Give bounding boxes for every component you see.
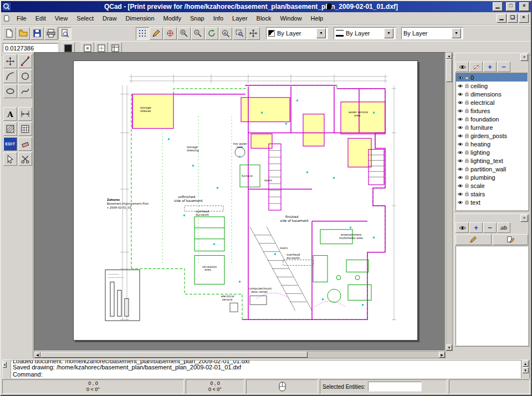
menu-item[interactable]: Edit	[31, 14, 50, 23]
add-block-button[interactable]: +	[469, 222, 483, 233]
line-type-combo[interactable]: By Layer ▼	[401, 27, 463, 39]
layer-visibility-eye-icon[interactable]	[457, 84, 463, 88]
layer-row[interactable]: 0	[456, 73, 528, 82]
remove-block-button[interactable]: −	[483, 222, 497, 233]
zoom-auto-button[interactable]: A	[219, 27, 232, 40]
command-scroll-down-button[interactable]: ▼	[523, 367, 529, 373]
vertical-scrollbar[interactable]: ▲ ▼	[446, 52, 453, 351]
move-tool-button[interactable]	[3, 54, 17, 68]
layer-lock-icon[interactable]	[465, 83, 469, 88]
layer-visibility-eye-icon[interactable]	[457, 159, 463, 163]
menu-item[interactable]: Snap	[186, 14, 209, 23]
menu-item[interactable]: Info	[209, 14, 228, 23]
layer-visibility-eye-icon[interactable]	[457, 142, 463, 146]
layer-visibility-eye-icon[interactable]	[457, 150, 463, 155]
hide-all-layers-button[interactable]	[469, 62, 483, 72]
layer-lock-icon[interactable]	[465, 92, 469, 97]
table-tool-button[interactable]	[18, 122, 32, 136]
layer-visibility-eye-icon[interactable]	[457, 117, 463, 121]
rename-block-button[interactable]: alb	[497, 222, 510, 233]
layer-row[interactable]: dimensions	[456, 90, 528, 98]
print-button[interactable]	[44, 27, 58, 40]
layer-row[interactable]: fixtures	[456, 106, 528, 115]
layer-lock-icon[interactable]	[465, 191, 469, 196]
edit-tool-button[interactable]: EDIT	[3, 137, 17, 151]
save-button[interactable]	[30, 27, 44, 40]
mdi-close-button[interactable]: ×	[519, 14, 529, 23]
dimension-tool-button[interactable]	[18, 107, 32, 121]
layer-row[interactable]: stairs	[456, 190, 528, 198]
pen-color-combo[interactable]: By Layer ▼	[266, 27, 328, 39]
zoom-pan-button[interactable]	[247, 27, 260, 40]
create-block-from-selection-button[interactable]	[493, 234, 529, 245]
layer-visibility-eye-icon[interactable]	[457, 192, 463, 196]
layer-row[interactable]: text	[456, 198, 528, 206]
layer-visibility-eye-icon[interactable]	[457, 109, 463, 113]
layer-lock-icon[interactable]	[465, 125, 469, 130]
layer-lock-icon[interactable]	[465, 158, 469, 163]
command-history[interactable]: Loaded document: /home/kzahorec/basement…	[11, 360, 521, 371]
menu-item[interactable]: Window	[275, 14, 306, 23]
layer-lock-icon[interactable]	[465, 100, 469, 105]
layer-visibility-eye-icon[interactable]	[457, 100, 463, 105]
layer-visibility-eye-icon[interactable]	[457, 167, 463, 171]
menu-item[interactable]: Dimension	[121, 14, 159, 23]
block-list[interactable]	[456, 246, 528, 346]
menu-item[interactable]: Help	[306, 14, 328, 23]
layer-row[interactable]: plumbing	[456, 173, 528, 181]
vertical-scroll-thumb[interactable]	[446, 59, 452, 82]
scroll-down-button[interactable]: ▼	[446, 344, 452, 351]
zoom-out-button[interactable]	[191, 27, 204, 40]
layer-visibility-eye-icon[interactable]	[457, 134, 463, 138]
layer-row[interactable]: foundation	[456, 115, 528, 123]
draw-pen-button[interactable]	[150, 27, 163, 40]
ellipse-tool-button[interactable]	[3, 84, 17, 98]
dropdown-arrow-icon[interactable]: ▼	[384, 28, 393, 38]
command-input[interactable]	[45, 371, 519, 378]
layer-visibility-eye-icon[interactable]	[457, 200, 463, 205]
remove-layer-button[interactable]: −	[497, 62, 510, 72]
pen-width-combo[interactable]: By Layer ▼	[334, 27, 396, 39]
spline-tool-button[interactable]	[18, 84, 32, 98]
layer-row[interactable]: lighting_text	[456, 156, 528, 165]
layer-lock-icon[interactable]	[465, 133, 469, 138]
menu-item[interactable]: View	[50, 14, 73, 23]
select-tool-button[interactable]	[3, 152, 17, 166]
layer-row[interactable]: lighting	[456, 148, 528, 156]
layer-lock-icon[interactable]	[465, 116, 469, 121]
scroll-up-button[interactable]: ▲	[446, 53, 452, 59]
modify-tool-button[interactable]	[18, 152, 32, 166]
open-file-button[interactable]	[17, 27, 30, 40]
horizontal-scrollbar[interactable]: ◀ ▶	[34, 351, 446, 358]
maximize-button[interactable]: □	[506, 2, 516, 11]
layer-row[interactable]: ceiling	[456, 82, 528, 90]
line-tool-button[interactable]	[18, 54, 32, 68]
layer-row[interactable]: scale	[456, 181, 528, 190]
command-dock-close-icon[interactable]: ×	[3, 362, 7, 368]
layer-lock-icon[interactable]	[465, 166, 469, 171]
zoom-redraw-button[interactable]	[205, 27, 218, 40]
scroll-left-button[interactable]: ◀	[34, 352, 40, 358]
layer-lock-icon[interactable]	[465, 141, 469, 146]
layer-visibility-eye-icon[interactable]	[457, 184, 463, 188]
menu-item[interactable]: Modify	[159, 14, 186, 23]
mdi-minimize-button[interactable]: ▁	[497, 14, 507, 23]
layer-lock-icon[interactable]	[465, 108, 469, 113]
layer-row[interactable]: girders_posts	[456, 131, 528, 140]
command-scroll-up-button[interactable]: ▲	[523, 361, 529, 367]
layer-visibility-eye-icon[interactable]	[457, 175, 463, 180]
text-tool-button[interactable]: A	[3, 107, 17, 121]
layer-lock-icon[interactable]	[465, 175, 469, 180]
menu-item[interactable]: Select	[72, 14, 98, 23]
scroll-right-button[interactable]: ▶	[439, 352, 445, 358]
circle-tool-button[interactable]	[18, 69, 32, 83]
layer-row[interactable]: furniture	[456, 123, 528, 131]
layer-visibility-eye-icon[interactable]	[457, 125, 463, 130]
snap-button[interactable]	[163, 27, 177, 40]
add-layer-button[interactable]: +	[483, 62, 497, 72]
layer-visibility-eye-icon[interactable]	[457, 75, 463, 80]
show-all-layers-button[interactable]	[456, 62, 469, 72]
dropdown-arrow-icon[interactable]: ▼	[452, 28, 461, 38]
menu-item[interactable]: Block	[252, 14, 276, 23]
print-preview-button[interactable]	[58, 27, 71, 40]
